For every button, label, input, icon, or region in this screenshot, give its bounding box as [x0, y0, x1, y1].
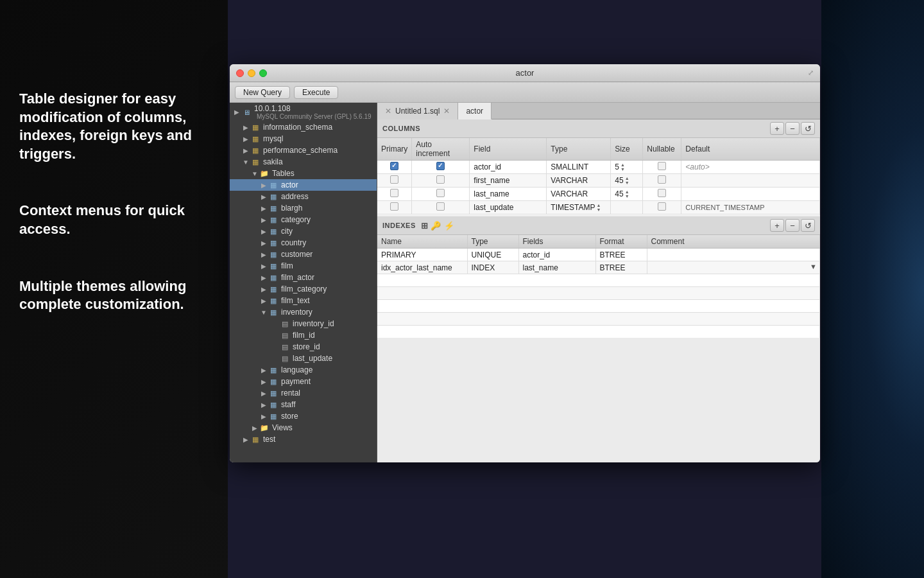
tab-untitled-sql[interactable]: ✕ Untitled 1.sql ✕	[377, 103, 458, 119]
idx-name-last-name[interactable]: idx_actor_last_name	[377, 261, 467, 274]
cell-type-last-update[interactable]: TIMESTAMP ▲▼	[547, 201, 611, 215]
cell-size-last-name[interactable]: 45 ▲▼	[611, 188, 643, 201]
cell-type-last-name[interactable]: VARCHAR	[547, 188, 611, 201]
table-row[interactable]: PRIMARY UNIQUE actor_id BTREE	[377, 249, 820, 261]
remove-column-button[interactable]: −	[785, 122, 800, 135]
cell-auto-last-name[interactable]	[412, 188, 470, 201]
sidebar-item-payment[interactable]: ▶ ▦ payment	[230, 376, 377, 387]
cell-nullable-first-name[interactable]	[643, 174, 681, 188]
idx-type-last-name[interactable]: INDEX	[467, 261, 518, 274]
sidebar-item-performance-schema[interactable]: ▶ ▦ performance_schema	[230, 144, 377, 156]
refresh-columns-button[interactable]: ↺	[801, 122, 815, 135]
checkbox-nullable-last-name[interactable]	[658, 189, 666, 197]
add-index-button[interactable]: +	[770, 219, 784, 232]
maximize-button[interactable]	[259, 69, 267, 77]
sidebar-item-inventory-id[interactable]: ▤ inventory_id	[230, 318, 377, 329]
indexes-table-container[interactable]: Name Type Fields Format Comment PRIMARY	[377, 235, 820, 338]
remove-index-button[interactable]: −	[785, 219, 800, 232]
idx-fields-last-name[interactable]: last_name	[518, 261, 595, 274]
execute-button[interactable]: Execute	[294, 86, 338, 99]
sidebar-item-film-id[interactable]: ▤ film_id	[230, 329, 377, 341]
checkbox-primary-last-update[interactable]	[390, 202, 398, 211]
checkbox-primary-last-name[interactable]	[390, 189, 398, 197]
cell-field-last-update[interactable]: last_update	[470, 201, 547, 215]
cell-field-last-name[interactable]: last_name	[470, 188, 547, 201]
cell-auto-last-update[interactable]	[412, 201, 470, 215]
sidebar-item-actor[interactable]: ▶ ▦ actor	[230, 179, 377, 191]
sidebar-item-rental[interactable]: ▶ ▦ rental	[230, 387, 377, 399]
cell-primary-actor-id[interactable]	[377, 161, 412, 174]
add-column-button[interactable]: +	[770, 122, 784, 135]
table-row[interactable]: actor_id SMALLINT 5 ▲▼	[377, 161, 820, 174]
cell-size-last-update[interactable]	[611, 201, 643, 215]
sidebar-item-film-actor[interactable]: ▶ ▦ film_actor	[230, 272, 377, 283]
lightning-icon[interactable]: ⚡	[444, 221, 455, 231]
cell-size-first-name[interactable]: 45 ▲▼	[611, 174, 643, 188]
sidebar-item-store-id[interactable]: ▤ store_id	[230, 341, 377, 353]
checkbox-auto-last-update[interactable]	[436, 202, 445, 211]
columns-table-container[interactable]: Primary Auto increment Field Type Size N…	[377, 138, 820, 215]
idx-comment-last-name[interactable]: ▼	[647, 261, 820, 274]
idx-format-primary[interactable]: BTREE	[595, 249, 647, 261]
idx-type-primary[interactable]: UNIQUE	[467, 249, 518, 261]
sidebar-item-language[interactable]: ▶ ▦ language	[230, 364, 377, 376]
checkbox-auto-first-name[interactable]	[436, 175, 445, 184]
checkbox-auto-actor-id[interactable]	[436, 162, 445, 170]
checkbox-primary-actor-id[interactable]	[390, 162, 398, 170]
sidebar-item-mysql[interactable]: ▶ ▦ mysql	[230, 133, 377, 144]
cell-size-actor-id[interactable]: 5 ▲▼	[611, 161, 643, 174]
checkbox-nullable-actor-id[interactable]	[658, 162, 666, 170]
cell-nullable-actor-id[interactable]	[643, 161, 681, 174]
close-button[interactable]	[236, 69, 244, 77]
refresh-indexes-button[interactable]: ↺	[801, 219, 815, 232]
checkbox-nullable-first-name[interactable]	[658, 175, 666, 184]
sidebar-item-category[interactable]: ▶ ▦ category	[230, 214, 377, 225]
key-icon[interactable]: 🔑	[431, 221, 441, 231]
sidebar-item-inventory[interactable]: ▼ ▦ inventory	[230, 306, 377, 318]
table-row[interactable]: last_name VARCHAR 45 ▲▼	[377, 188, 820, 201]
checkbox-nullable-last-update[interactable]	[658, 202, 666, 211]
cell-field-actor-id[interactable]: actor_id	[470, 161, 547, 174]
idx-comment-primary[interactable]	[647, 249, 820, 261]
cell-default-last-update[interactable]: CURRENT_TIMESTAMP	[681, 201, 820, 215]
sidebar-item-views-folder[interactable]: ▶ 📁 Views	[230, 422, 377, 434]
minimize-button[interactable]	[248, 69, 255, 77]
sidebar-item-store[interactable]: ▶ ▦ store	[230, 410, 377, 422]
idx-format-last-name[interactable]: BTREE	[595, 261, 647, 274]
sidebar-item-film-category[interactable]: ▶ ▦ film_category	[230, 283, 377, 295]
sidebar-item-blargh[interactable]: ▶ ▦ blargh	[230, 202, 377, 214]
sidebar-item-staff[interactable]: ▶ ▦ staff	[230, 399, 377, 410]
cell-default-actor-id[interactable]: <auto>	[681, 161, 820, 174]
cell-default-last-name[interactable]	[681, 188, 820, 201]
dropdown-arrow-icon[interactable]: ▼	[810, 263, 817, 270]
sidebar-item-city[interactable]: ▶ ▦ city	[230, 225, 377, 237]
sidebar-item-customer[interactable]: ▶ ▦ customer	[230, 249, 377, 260]
cell-type-actor-id[interactable]: SMALLINT	[547, 161, 611, 174]
cell-field-first-name[interactable]: first_name	[470, 174, 547, 188]
table-row[interactable]: last_update TIMESTAMP ▲▼	[377, 201, 820, 215]
cell-nullable-last-name[interactable]	[643, 188, 681, 201]
tab-close-untitled[interactable]: ✕	[385, 107, 391, 116]
checkbox-primary-first-name[interactable]	[390, 175, 398, 184]
sidebar-item-server[interactable]: ▶ 🖥 10.0.1.108 MySQL Community Server (G…	[230, 103, 377, 121]
sidebar-item-test[interactable]: ▶ ▦ test	[230, 434, 377, 445]
sidebar-item-country[interactable]: ▶ ▦ country	[230, 237, 377, 249]
cell-primary-first-name[interactable]	[377, 174, 412, 188]
cell-type-first-name[interactable]: VARCHAR	[547, 174, 611, 188]
checkbox-auto-last-name[interactable]	[436, 189, 445, 197]
cell-primary-last-update[interactable]	[377, 201, 412, 215]
tab-actor[interactable]: actor	[458, 103, 492, 119]
sidebar-item-tables-folder[interactable]: ▼ 📁 Tables	[230, 168, 377, 179]
cell-nullable-last-update[interactable]	[643, 201, 681, 215]
sidebar[interactable]: ▶ 🖥 10.0.1.108 MySQL Community Server (G…	[230, 103, 377, 462]
sidebar-item-information-schema[interactable]: ▶ ▦ information_schema	[230, 121, 377, 133]
sidebar-item-address[interactable]: ▶ ▦ address	[230, 191, 377, 202]
tab-close-btn-untitled[interactable]: ✕	[443, 107, 450, 116]
sidebar-item-last-update[interactable]: ▤ last_update	[230, 353, 377, 364]
sidebar-item-sakila[interactable]: ▼ ▦ sakila	[230, 156, 377, 168]
sidebar-item-film-text[interactable]: ▶ ▦ film_text	[230, 295, 377, 306]
cell-primary-last-name[interactable]	[377, 188, 412, 201]
idx-fields-primary[interactable]: actor_id	[518, 249, 595, 261]
cell-auto-first-name[interactable]	[412, 174, 470, 188]
grid-icon[interactable]: ⊞	[421, 221, 429, 231]
